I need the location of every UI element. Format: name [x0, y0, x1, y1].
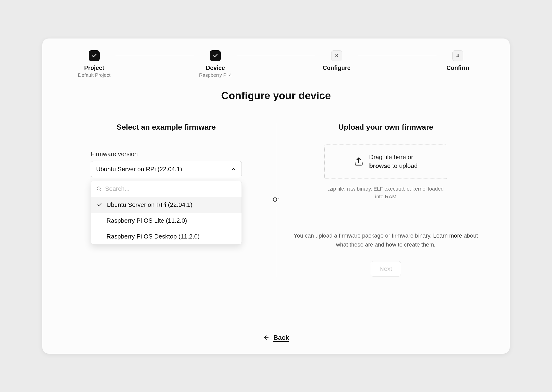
firmware-option-label: Ubuntu Server on RPi (22.04.1) — [106, 201, 193, 209]
upload-firmware-column: Upload your own firmware Drag file here … — [283, 123, 489, 277]
firmware-dropdown: Ubuntu Server on RPi (22.04.1) Raspberry… — [91, 181, 242, 245]
firmware-select-value: Ubuntu Server on RPi (22.04.1) — [96, 166, 182, 173]
step-project: Project Default Project — [73, 50, 116, 78]
svg-line-1 — [100, 190, 101, 191]
firmware-option[interactable]: Raspberry Pi OS Lite (11.2.0) — [91, 213, 242, 229]
step-confirm: 4 Confirm — [436, 50, 479, 71]
upload-dropzone[interactable]: Drag file here or browse to upload — [324, 145, 447, 179]
step-project-label: Project — [84, 64, 104, 71]
divider-line — [276, 123, 276, 192]
upload-wrap: Drag file here or browse to upload .zip … — [324, 145, 447, 201]
check-icon — [91, 53, 97, 59]
upload-info: You can upload a firmware package or fir… — [283, 231, 489, 249]
dropzone-line1: Drag file here or — [369, 154, 413, 161]
step-confirm-label: Confirm — [447, 64, 469, 71]
next-button[interactable]: Next — [371, 261, 401, 277]
arrow-left-icon — [263, 334, 270, 341]
step-device-label: Device — [206, 64, 225, 71]
check-icon — [213, 53, 218, 59]
chevron-up-icon — [231, 166, 236, 172]
firmware-field: Firmware version Ubuntu Server on RPi (2… — [91, 150, 242, 177]
upload-firmware-heading: Upload your own firmware — [283, 123, 489, 132]
example-firmware-heading: Select an example firmware — [63, 123, 269, 132]
step-configure: 3 Configure — [315, 50, 358, 71]
svg-point-0 — [97, 187, 100, 190]
divider-or: Or — [273, 192, 279, 207]
stepper: Project Default Project Device Raspberry… — [73, 50, 479, 78]
search-icon — [96, 186, 102, 191]
wizard-card: Project Default Project Device Raspberry… — [42, 38, 510, 354]
divider: Or — [269, 123, 283, 277]
step-connector — [116, 56, 194, 56]
firmware-option[interactable]: Ubuntu Server on RPi (22.04.1) — [91, 197, 242, 213]
browse-link[interactable]: browse — [369, 162, 391, 169]
back-button[interactable]: Back — [263, 334, 289, 342]
back-label: Back — [273, 334, 289, 342]
dropzone-line2-suffix: to upload — [391, 162, 417, 169]
upload-hint: .zip file, raw binary, ELF executable, k… — [324, 185, 447, 201]
check-icon — [97, 202, 102, 207]
step-device-sub: Raspberry Pi 4 — [199, 72, 232, 78]
step-configure-box: 3 — [331, 50, 342, 61]
example-firmware-column: Select an example firmware Firmware vers… — [63, 123, 269, 277]
upload-icon — [354, 157, 363, 166]
firmware-select[interactable]: Ubuntu Server on RPi (22.04.1) — [91, 161, 242, 177]
step-connector — [358, 56, 436, 56]
firmware-option-label: Raspberry Pi OS Lite (11.2.0) — [106, 217, 187, 224]
firmware-option-label: Raspberry Pi OS Desktop (11.2.0) — [106, 233, 200, 240]
back-row: Back — [42, 334, 510, 342]
learn-more-link[interactable]: Learn more — [433, 232, 462, 239]
step-project-sub: Default Project — [78, 72, 110, 78]
firmware-option[interactable]: Raspberry Pi OS Desktop (11.2.0) — [91, 229, 242, 245]
step-configure-label: Configure — [323, 64, 351, 71]
upload-info-prefix: You can upload a firmware package or fir… — [294, 232, 433, 239]
divider-line — [276, 207, 276, 277]
columns: Select an example firmware Firmware vers… — [56, 123, 496, 277]
step-device-box — [210, 50, 221, 61]
firmware-search-row — [91, 181, 242, 197]
page-title: Configure your device — [56, 90, 496, 102]
firmware-search-input[interactable] — [105, 185, 236, 192]
step-project-box — [89, 50, 100, 61]
step-confirm-box: 4 — [452, 50, 463, 61]
dropzone-text: Drag file here or browse to upload — [369, 153, 417, 170]
step-device: Device Raspberry Pi 4 — [194, 50, 237, 78]
firmware-field-label: Firmware version — [91, 150, 242, 158]
step-connector — [237, 56, 315, 56]
